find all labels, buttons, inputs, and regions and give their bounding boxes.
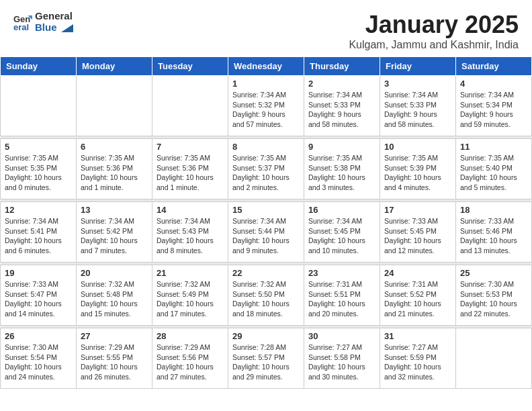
day-cell: 9Sunrise: 7:35 AM Sunset: 5:38 PM Daylig… bbox=[304, 139, 380, 199]
logo-arrow-icon bbox=[61, 24, 73, 32]
day-number: 2 bbox=[308, 79, 375, 89]
col-thursday: Thursday bbox=[304, 57, 380, 76]
day-info: Sunrise: 7:32 AM Sunset: 5:48 PM Dayligh… bbox=[81, 279, 148, 319]
day-info: Sunrise: 7:33 AM Sunset: 5:45 PM Dayligh… bbox=[384, 216, 451, 256]
day-info: Sunrise: 7:30 AM Sunset: 5:54 PM Dayligh… bbox=[5, 342, 72, 382]
day-info: Sunrise: 7:27 AM Sunset: 5:58 PM Dayligh… bbox=[308, 342, 375, 382]
day-info: Sunrise: 7:30 AM Sunset: 5:53 PM Dayligh… bbox=[460, 279, 527, 319]
day-cell: 15Sunrise: 7:34 AM Sunset: 5:44 PM Dayli… bbox=[228, 202, 304, 263]
day-number: 11 bbox=[460, 142, 527, 152]
day-info: Sunrise: 7:35 AM Sunset: 5:36 PM Dayligh… bbox=[81, 153, 148, 193]
day-number: 3 bbox=[384, 79, 451, 89]
day-info: Sunrise: 7:34 AM Sunset: 5:33 PM Dayligh… bbox=[308, 90, 375, 130]
day-number: 27 bbox=[81, 331, 148, 341]
day-cell: 19Sunrise: 7:33 AM Sunset: 5:47 PM Dayli… bbox=[1, 265, 77, 326]
svg-marker-4 bbox=[61, 24, 73, 32]
day-info: Sunrise: 7:29 AM Sunset: 5:56 PM Dayligh… bbox=[157, 342, 224, 382]
logo-general: General bbox=[35, 10, 73, 21]
day-info: Sunrise: 7:35 AM Sunset: 5:35 PM Dayligh… bbox=[5, 153, 72, 193]
col-tuesday: Tuesday bbox=[152, 57, 228, 76]
day-info: Sunrise: 7:34 AM Sunset: 5:33 PM Dayligh… bbox=[384, 90, 451, 130]
day-cell: 31Sunrise: 7:27 AM Sunset: 5:59 PM Dayli… bbox=[380, 328, 456, 389]
day-number: 1 bbox=[232, 79, 300, 89]
day-number: 31 bbox=[384, 331, 451, 341]
day-cell: 30Sunrise: 7:27 AM Sunset: 5:58 PM Dayli… bbox=[304, 328, 380, 389]
day-cell: 8Sunrise: 7:35 AM Sunset: 5:37 PM Daylig… bbox=[228, 139, 304, 199]
day-number: 25 bbox=[460, 268, 527, 278]
day-number: 5 bbox=[5, 142, 72, 152]
day-info: Sunrise: 7:34 AM Sunset: 5:42 PM Dayligh… bbox=[81, 216, 148, 256]
day-cell: 16Sunrise: 7:34 AM Sunset: 5:45 PM Dayli… bbox=[304, 202, 380, 263]
logo-blue: Blue bbox=[35, 21, 57, 33]
day-cell: 3Sunrise: 7:34 AM Sunset: 5:33 PM Daylig… bbox=[380, 76, 456, 136]
col-monday: Monday bbox=[77, 57, 152, 76]
logo: Gen eral General Blue bbox=[13, 11, 73, 33]
day-info: Sunrise: 7:35 AM Sunset: 5:36 PM Dayligh… bbox=[157, 153, 224, 193]
calendar-table: Sunday Monday Tuesday Wednesday Thursday… bbox=[0, 56, 532, 389]
day-number: 30 bbox=[308, 331, 375, 341]
day-number: 17 bbox=[384, 205, 451, 215]
week-row-4: 19Sunrise: 7:33 AM Sunset: 5:47 PM Dayli… bbox=[1, 265, 532, 326]
day-cell: 4Sunrise: 7:34 AM Sunset: 5:34 PM Daylig… bbox=[456, 76, 532, 136]
day-cell: 27Sunrise: 7:29 AM Sunset: 5:55 PM Dayli… bbox=[77, 328, 152, 389]
day-number: 13 bbox=[81, 205, 148, 215]
day-number: 22 bbox=[232, 268, 300, 278]
day-info: Sunrise: 7:34 AM Sunset: 5:43 PM Dayligh… bbox=[157, 216, 224, 256]
day-number: 4 bbox=[460, 79, 527, 89]
day-number: 28 bbox=[157, 331, 224, 341]
day-info: Sunrise: 7:35 AM Sunset: 5:37 PM Dayligh… bbox=[232, 153, 300, 193]
col-wednesday: Wednesday bbox=[228, 57, 304, 76]
day-info: Sunrise: 7:28 AM Sunset: 5:57 PM Dayligh… bbox=[232, 342, 300, 382]
day-info: Sunrise: 7:33 AM Sunset: 5:47 PM Dayligh… bbox=[5, 279, 72, 319]
day-number: 12 bbox=[5, 205, 72, 215]
day-info: Sunrise: 7:35 AM Sunset: 5:39 PM Dayligh… bbox=[384, 153, 451, 193]
col-friday: Friday bbox=[380, 57, 456, 76]
day-info: Sunrise: 7:35 AM Sunset: 5:40 PM Dayligh… bbox=[460, 153, 527, 193]
day-cell: 5Sunrise: 7:35 AM Sunset: 5:35 PM Daylig… bbox=[1, 139, 77, 199]
day-cell: 12Sunrise: 7:34 AM Sunset: 5:41 PM Dayli… bbox=[1, 202, 77, 263]
day-cell: 17Sunrise: 7:33 AM Sunset: 5:45 PM Dayli… bbox=[380, 202, 456, 263]
day-cell: 29Sunrise: 7:28 AM Sunset: 5:57 PM Dayli… bbox=[228, 328, 304, 389]
location: Kulgam, Jammu and Kashmir, India bbox=[349, 39, 519, 51]
day-cell: 7Sunrise: 7:35 AM Sunset: 5:36 PM Daylig… bbox=[152, 139, 228, 199]
day-number: 21 bbox=[157, 268, 224, 278]
month-title: January 2025 bbox=[349, 11, 519, 39]
day-cell: 2Sunrise: 7:34 AM Sunset: 5:33 PM Daylig… bbox=[304, 76, 380, 136]
day-number: 7 bbox=[157, 142, 224, 152]
day-number: 16 bbox=[308, 205, 375, 215]
day-info: Sunrise: 7:34 AM Sunset: 5:41 PM Dayligh… bbox=[5, 216, 72, 256]
day-cell: 6Sunrise: 7:35 AM Sunset: 5:36 PM Daylig… bbox=[77, 139, 152, 199]
day-number: 24 bbox=[384, 268, 451, 278]
day-number: 18 bbox=[460, 205, 527, 215]
logo-icon: Gen eral bbox=[13, 13, 32, 32]
day-number: 9 bbox=[308, 142, 375, 152]
day-number: 10 bbox=[384, 142, 451, 152]
day-cell: 18Sunrise: 7:33 AM Sunset: 5:46 PM Dayli… bbox=[456, 202, 532, 263]
day-cell bbox=[1, 76, 77, 136]
day-cell: 10Sunrise: 7:35 AM Sunset: 5:39 PM Dayli… bbox=[380, 139, 456, 199]
week-row-3: 12Sunrise: 7:34 AM Sunset: 5:41 PM Dayli… bbox=[1, 202, 532, 263]
day-cell: 13Sunrise: 7:34 AM Sunset: 5:42 PM Dayli… bbox=[77, 202, 152, 263]
day-cell: 26Sunrise: 7:30 AM Sunset: 5:54 PM Dayli… bbox=[1, 328, 77, 389]
day-info: Sunrise: 7:27 AM Sunset: 5:59 PM Dayligh… bbox=[384, 342, 451, 382]
day-number: 14 bbox=[157, 205, 224, 215]
day-info: Sunrise: 7:33 AM Sunset: 5:46 PM Dayligh… bbox=[460, 216, 527, 256]
day-cell: 14Sunrise: 7:34 AM Sunset: 5:43 PM Dayli… bbox=[152, 202, 228, 263]
day-info: Sunrise: 7:35 AM Sunset: 5:38 PM Dayligh… bbox=[308, 153, 375, 193]
day-number: 23 bbox=[308, 268, 375, 278]
day-info: Sunrise: 7:34 AM Sunset: 5:45 PM Dayligh… bbox=[308, 216, 375, 256]
day-cell: 21Sunrise: 7:32 AM Sunset: 5:49 PM Dayli… bbox=[152, 265, 228, 326]
day-cell: 1Sunrise: 7:34 AM Sunset: 5:32 PM Daylig… bbox=[228, 76, 304, 136]
week-row-5: 26Sunrise: 7:30 AM Sunset: 5:54 PM Dayli… bbox=[1, 328, 532, 389]
col-sunday: Sunday bbox=[1, 57, 77, 76]
day-cell bbox=[77, 76, 152, 136]
day-cell bbox=[456, 328, 532, 389]
title-area: January 2025 Kulgam, Jammu and Kashmir, … bbox=[349, 11, 519, 51]
day-info: Sunrise: 7:31 AM Sunset: 5:51 PM Dayligh… bbox=[308, 279, 375, 319]
day-info: Sunrise: 7:32 AM Sunset: 5:50 PM Dayligh… bbox=[232, 279, 300, 319]
day-number: 8 bbox=[232, 142, 300, 152]
day-info: Sunrise: 7:31 AM Sunset: 5:52 PM Dayligh… bbox=[384, 279, 451, 319]
day-cell: 25Sunrise: 7:30 AM Sunset: 5:53 PM Dayli… bbox=[456, 265, 532, 326]
col-saturday: Saturday bbox=[456, 57, 532, 76]
week-row-2: 5Sunrise: 7:35 AM Sunset: 5:35 PM Daylig… bbox=[1, 139, 532, 199]
